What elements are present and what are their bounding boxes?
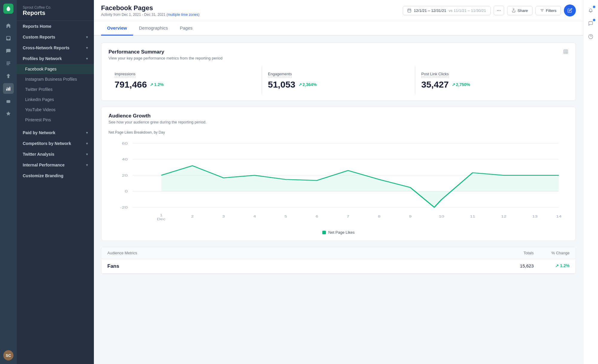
sidebar-sub-item-linkedin[interactable]: LinkedIn Pages bbox=[17, 94, 94, 105]
svg-text:1: 1 bbox=[160, 213, 163, 217]
compose-button[interactable] bbox=[564, 4, 576, 16]
impressions-value: 791,466 ↗1.2% bbox=[115, 79, 256, 90]
main-content: Facebook Pages Activity from Dec 1, 2021… bbox=[94, 0, 583, 364]
sidebar-item-custom-reports[interactable]: Custom Reports ▾ bbox=[17, 32, 94, 42]
chart-legend: Net Page Likes bbox=[109, 230, 568, 235]
engagements-metric: Engagements 51,053 ↗2,364% bbox=[262, 66, 415, 94]
audience-growth-title: Audience Growth bbox=[109, 113, 206, 119]
legend-label: Net Page Likes bbox=[328, 230, 355, 235]
fans-change: ↗ 1.2% bbox=[534, 263, 570, 269]
svg-text:8: 8 bbox=[378, 215, 381, 218]
sidebar-sub-item-pinterest[interactable]: Pinterest Pins bbox=[17, 115, 94, 125]
chart-label: Net Page Likes Breakdown, by Day bbox=[109, 130, 568, 134]
sidebar-item-competitors-by-network[interactable]: Competitors by Network ▾ bbox=[17, 138, 94, 149]
help-icon[interactable] bbox=[585, 31, 596, 42]
impressions-change: ↗1.2% bbox=[150, 82, 164, 87]
share-button[interactable]: Share bbox=[507, 6, 533, 15]
svg-text:6: 6 bbox=[315, 215, 318, 218]
chevron-down-icon: ▾ bbox=[86, 152, 88, 156]
nav-bot-icon[interactable] bbox=[3, 96, 14, 106]
sidebar-sub-item-facebook-pages[interactable]: Facebook Pages bbox=[17, 64, 94, 74]
sidebar-item-paid-by-network[interactable]: Paid by Network ▾ bbox=[17, 127, 94, 138]
up-arrow-icon: ↗ bbox=[298, 82, 302, 87]
tab-pages[interactable]: Pages bbox=[174, 21, 199, 36]
performance-summary-subtitle: View your key page performance metrics f… bbox=[109, 56, 222, 60]
performance-summary-title: Performance Summary bbox=[109, 49, 222, 55]
nav-analytics-icon[interactable] bbox=[3, 83, 14, 94]
svg-rect-3 bbox=[7, 100, 10, 103]
user-avatar[interactable]: SC bbox=[3, 350, 13, 360]
svg-text:9: 9 bbox=[409, 215, 412, 218]
audience-growth-chart: 60 40 20 0 -20 1 Dec 2 3 4 5 6 7 bbox=[109, 137, 568, 227]
nav-messages-icon[interactable] bbox=[3, 45, 14, 56]
tabs-bar: Overview Demographics Pages bbox=[94, 21, 583, 36]
svg-text:2: 2 bbox=[191, 215, 194, 218]
sidebar-item-customize-branding[interactable]: Customize Branding bbox=[17, 170, 94, 181]
notifications-icon[interactable] bbox=[585, 5, 596, 16]
topbar-left: Facebook Pages Activity from Dec 1, 2021… bbox=[101, 4, 200, 17]
svg-text:20: 20 bbox=[122, 173, 128, 177]
company-name: Sprout Coffee Co. bbox=[23, 5, 88, 10]
svg-text:40: 40 bbox=[122, 157, 128, 161]
svg-text:14: 14 bbox=[556, 215, 562, 218]
tab-overview[interactable]: Overview bbox=[101, 21, 133, 36]
up-arrow-icon: ↗ bbox=[150, 82, 153, 87]
content-body: Performance Summary View your key page p… bbox=[94, 36, 583, 281]
icon-rail: SC bbox=[0, 0, 17, 364]
page-subtitle: Activity from Dec 1, 2021 - Dec 31, 2021… bbox=[101, 13, 200, 17]
col-name-header: Audience Metrics bbox=[107, 251, 486, 255]
svg-text:7: 7 bbox=[347, 215, 350, 218]
engagements-label: Engagements bbox=[268, 72, 292, 77]
compare-range-label: vs 11/1/21 – 11/30/21 bbox=[449, 8, 486, 13]
more-options-button[interactable]: ··· bbox=[494, 6, 504, 15]
table-icon[interactable] bbox=[563, 49, 568, 56]
svg-point-4 bbox=[7, 101, 8, 102]
svg-text:4: 4 bbox=[253, 215, 256, 218]
svg-text:5: 5 bbox=[284, 215, 287, 218]
svg-rect-6 bbox=[408, 9, 411, 12]
svg-text:3: 3 bbox=[222, 215, 225, 218]
svg-text:-20: -20 bbox=[120, 205, 128, 209]
chat-icon[interactable] bbox=[585, 18, 596, 29]
post-link-clicks-value: 35,427 ↗2,750% bbox=[421, 79, 562, 90]
performance-summary-card: Performance Summary View your key page p… bbox=[101, 43, 576, 101]
impressions-metric: Impressions 791,466 ↗1.2% bbox=[109, 66, 262, 94]
chevron-down-icon: ▾ bbox=[86, 35, 88, 39]
chat-badge bbox=[593, 19, 595, 21]
filters-button[interactable]: Filters bbox=[536, 6, 561, 15]
sidebar-item-reports-home[interactable]: Reports Home bbox=[17, 21, 94, 32]
nav-star-icon[interactable] bbox=[3, 108, 14, 119]
sidebar-sub-item-youtube[interactable]: YouTube Videos bbox=[17, 105, 94, 115]
nav-tasks-icon[interactable] bbox=[3, 58, 14, 69]
nav-inbox-icon[interactable] bbox=[3, 33, 14, 44]
date-range-button[interactable]: 12/1/21 – 12/31/21 vs 11/1/21 – 11/30/21 bbox=[403, 6, 490, 15]
date-range-label: 12/1/21 – 12/31/21 bbox=[414, 8, 446, 13]
tab-demographics[interactable]: Demographics bbox=[133, 21, 174, 36]
post-link-clicks-change: ↗2,750% bbox=[452, 82, 470, 87]
post-link-clicks-label: Post Link Clicks bbox=[421, 72, 449, 77]
nav-home-icon[interactable] bbox=[3, 20, 14, 31]
topbar-right: 12/1/21 – 12/31/21 vs 11/1/21 – 11/30/21… bbox=[403, 4, 576, 16]
logo-icon[interactable] bbox=[3, 4, 13, 14]
chevron-down-icon: ▾ bbox=[86, 57, 88, 61]
sidebar-item-profiles-by-network[interactable]: Profiles by Network ▾ bbox=[17, 53, 94, 64]
svg-rect-2 bbox=[10, 87, 10, 91]
col-totals-header: Totals bbox=[486, 251, 534, 255]
svg-point-34 bbox=[588, 34, 593, 39]
sidebar-item-twitter-analysis[interactable]: Twitter Analysis ▾ bbox=[17, 149, 94, 160]
sidebar-item-cross-network[interactable]: Cross-Network Reports ▾ bbox=[17, 42, 94, 53]
svg-text:0: 0 bbox=[125, 189, 128, 193]
chart-container: 60 40 20 0 -20 1 Dec 2 3 4 5 6 7 bbox=[109, 137, 568, 227]
sidebar-sub-item-twitter[interactable]: Twitter Profiles bbox=[17, 84, 94, 94]
svg-rect-0 bbox=[6, 89, 7, 91]
svg-text:13: 13 bbox=[532, 215, 538, 218]
nav-publish-icon[interactable] bbox=[3, 71, 14, 81]
svg-text:60: 60 bbox=[122, 141, 128, 145]
svg-text:11: 11 bbox=[470, 215, 475, 218]
fans-label: Fans bbox=[107, 263, 486, 269]
svg-rect-7 bbox=[564, 50, 568, 54]
post-link-clicks-metric: Post Link Clicks 35,427 ↗2,750% bbox=[415, 66, 568, 94]
sidebar-item-internal-performance[interactable]: Internal Performance ▾ bbox=[17, 160, 94, 170]
audience-growth-header: Audience Growth See how your audience gr… bbox=[109, 113, 568, 124]
sidebar-sub-item-instagram[interactable]: Instagram Business Profiles bbox=[17, 74, 94, 84]
